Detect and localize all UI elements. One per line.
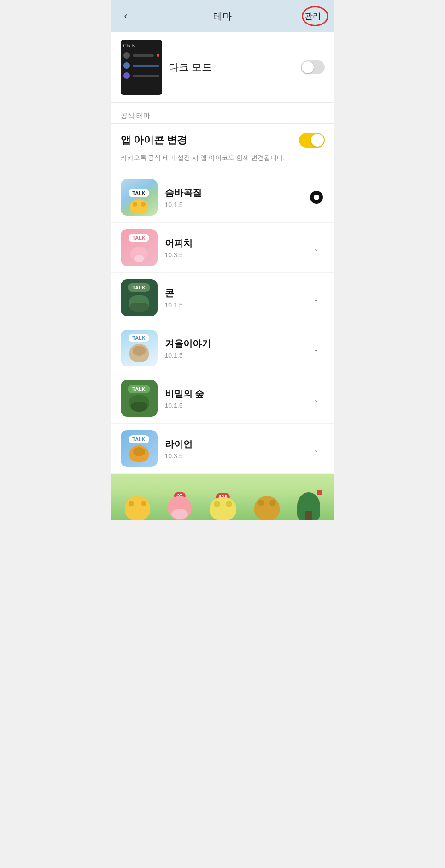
dark-mode-label: 다크 모드	[169, 60, 294, 74]
download-icon-lion: ↓	[314, 443, 319, 455]
char-muzi	[125, 496, 150, 520]
theme-action-apeach[interactable]: ↓	[308, 242, 325, 254]
dark-mode-toggle[interactable]	[301, 60, 325, 74]
theme-item-con[interactable]: TALK 콘 10.1.5 ↓	[111, 273, 334, 323]
theme-name-apeach: 어피치	[165, 237, 301, 249]
theme-name-lion: 라이언	[165, 438, 301, 450]
theme-version-hide-seek: 10.1.5	[165, 201, 301, 208]
theme-item-forest[interactable]: TALK 비밀의 숲 10.1.5 ↓	[111, 373, 334, 424]
icon-toggle-desc: 카카오톡 공식 테마 설정 시 앱 아이코도 함께 변경됩니다.	[111, 151, 334, 172]
download-icon-forest: ↓	[314, 392, 319, 404]
icon-toggle-switch[interactable]	[299, 133, 325, 148]
theme-icon-con: TALK	[121, 279, 158, 316]
preview-avatar-1	[123, 52, 130, 59]
theme-version-winter: 10.1.5	[165, 352, 301, 359]
theme-icon-apeach: TALK	[121, 229, 158, 266]
preview-dot-1	[157, 54, 159, 57]
theme-item-winter[interactable]: TALK 겨울이야기 10.1.5 ↓	[111, 323, 334, 373]
theme-version-lion: 10.3.5	[165, 452, 301, 460]
page-title: 테마	[213, 10, 232, 23]
preview-line-3	[133, 75, 159, 77]
preview-row-2	[123, 62, 159, 69]
bottom-characters: 27 608	[111, 474, 334, 520]
back-button[interactable]: ‹	[121, 8, 131, 24]
bottom-bar: 27 608	[111, 474, 334, 520]
download-icon-apeach: ↓	[314, 242, 319, 254]
icon-toggle-label: 앱 아이콘 변경	[121, 133, 187, 147]
theme-icon-lion: TALK	[121, 430, 158, 467]
theme-icon-hide-seek: TALK	[121, 179, 158, 216]
phone-screen: ‹ 테마 관리 Chats 다크 모드	[111, 0, 334, 520]
official-theme-label: 공식 테마	[111, 103, 334, 123]
preview-avatar-2	[123, 62, 130, 69]
tree-dot	[317, 490, 322, 495]
theme-version-apeach: 10.3.5	[165, 251, 301, 259]
char-neo: 608	[210, 497, 236, 520]
header: ‹ 테마 관리	[111, 0, 334, 32]
theme-name-con: 콘	[165, 287, 301, 300]
dark-mode-section: Chats 다크 모드	[111, 32, 334, 103]
theme-name-forest: 비밀의 숲	[165, 388, 301, 400]
preview-chats-label: Chats	[123, 43, 159, 48]
theme-action-hide-seek[interactable]	[308, 191, 325, 204]
theme-name-winter: 겨울이야기	[165, 337, 301, 350]
preview-row-1	[123, 52, 159, 59]
theme-item-hide-seek[interactable]: TALK 숨바꼭질 10.1.5	[111, 172, 334, 223]
preview-line-1	[133, 54, 154, 57]
theme-version-con: 10.1.5	[165, 301, 301, 309]
theme-icon-winter: TALK	[121, 330, 158, 366]
theme-action-forest[interactable]: ↓	[308, 392, 325, 404]
preview-line-2	[133, 65, 159, 67]
theme-icon-forest: TALK	[121, 380, 158, 417]
char-ryan	[254, 496, 280, 520]
theme-info-hide-seek: 숨바꼭질 10.1.5	[165, 187, 301, 208]
preview-row-3	[123, 72, 159, 79]
theme-info-winter: 겨울이야기 10.1.5	[165, 337, 301, 359]
theme-info-con: 콘 10.1.5	[165, 287, 301, 309]
theme-info-lion: 라이언 10.3.5	[165, 438, 301, 460]
char-tree	[297, 492, 320, 520]
download-icon-winter: ↓	[314, 342, 319, 354]
preview-avatar-3	[123, 72, 130, 79]
theme-item-lion[interactable]: TALK 라이언 10.3.5 ↓	[111, 424, 334, 474]
theme-info-apeach: 어피치 10.3.5	[165, 237, 301, 259]
dark-mode-preview: Chats	[121, 40, 162, 95]
theme-name-hide-seek: 숨바꼭질	[165, 187, 301, 199]
download-icon-con: ↓	[314, 292, 319, 304]
theme-action-con[interactable]: ↓	[308, 292, 325, 304]
selected-radio-hide-seek	[310, 191, 323, 204]
theme-action-lion[interactable]: ↓	[308, 443, 325, 455]
theme-version-forest: 10.1.5	[165, 402, 301, 409]
char-apeach: 27	[168, 496, 192, 520]
theme-item-apeach[interactable]: TALK 어피치 10.3.5 ↓	[111, 223, 334, 273]
icon-toggle-row: 앱 아이콘 변경	[111, 124, 334, 151]
theme-action-winter[interactable]: ↓	[308, 342, 325, 354]
theme-info-forest: 비밀의 숲 10.1.5	[165, 388, 301, 409]
manage-button[interactable]: 관리	[301, 9, 325, 24]
talk-bubble-hide-seek: TALK	[129, 189, 149, 197]
